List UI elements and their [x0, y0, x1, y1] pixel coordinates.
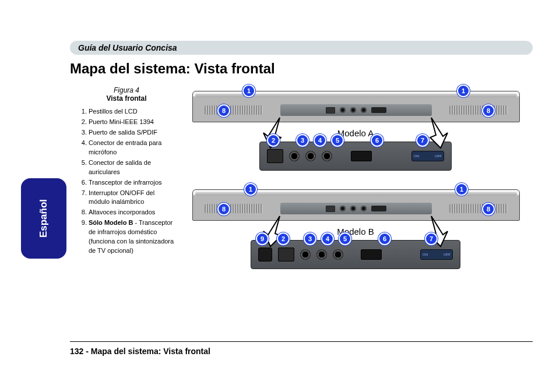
- callout-9-lead: Sólo Modelo B: [89, 219, 133, 226]
- model-a-label: Modelo A: [192, 128, 519, 138]
- mic-jack-icon: [305, 151, 316, 161]
- center-port-strip: [280, 104, 432, 116]
- callout-bubble-8: 8: [482, 104, 495, 117]
- callout-8: Altavoces incorporados: [89, 208, 176, 217]
- callout-5: Conector de salida de auriculares: [89, 158, 176, 177]
- ieee1394-port-icon: [278, 248, 294, 262]
- model-b-front: 1 1 8 8: [192, 189, 520, 221]
- model-a-front: 1 1 8 8: [192, 91, 520, 122]
- speaker-right-icon: [449, 204, 508, 213]
- mic-jack-icon: [316, 249, 327, 260]
- wireless-switch-icon: ON OFF: [420, 249, 453, 260]
- figure-number: Figura 4: [77, 86, 176, 94]
- callout-1: Pestillos del LCD: [89, 107, 176, 116]
- spdif-jack-icon: [289, 151, 300, 161]
- language-tab: Español: [21, 178, 66, 259]
- model-a-block: 1 1 8 8 Modelo A ON OFF 2 3: [192, 91, 519, 171]
- callout-9: Sólo Modelo B - Transceptor de infrarroj…: [89, 218, 176, 256]
- headphone-jack-icon: [322, 151, 332, 161]
- zoom-arrow-icon: [425, 115, 449, 150]
- jack-icon: [340, 107, 346, 113]
- callout-bubble-5: 5: [339, 232, 351, 245]
- callout-bubble-2: 2: [267, 134, 280, 147]
- infrared-port-icon: [351, 151, 372, 161]
- speaker-right-icon: [449, 105, 508, 115]
- ieee1394-port-icon: [267, 149, 283, 163]
- page-title: Mapa del sistema: Vista frontal: [70, 61, 275, 77]
- jack-icon: [361, 206, 367, 211]
- jack-icon: [350, 206, 356, 211]
- model-b-block: 1 1 8 8 Modelo B ON OFF 9 2: [192, 189, 519, 269]
- model-a-detail: ON OFF 2 3 4 5 6 7: [259, 142, 452, 171]
- callout-bubble-7: 7: [425, 232, 438, 245]
- model-b-label: Modelo B: [192, 227, 519, 236]
- model-b-detail: ON OFF 9 2 3 4 5 6 7: [251, 240, 460, 269]
- callout-bubble-4: 4: [314, 134, 326, 147]
- speaker-left-icon: [205, 204, 263, 213]
- headphone-jack-icon: [333, 249, 343, 260]
- center-port-strip: [280, 203, 432, 214]
- header-text: Guía del Usuario Concisa: [78, 43, 177, 52]
- jack-icon: [361, 107, 367, 113]
- wireless-switch-icon: ON OFF: [411, 151, 444, 161]
- callout-bubble-7: 7: [416, 134, 429, 147]
- callout-bubble-6: 6: [371, 134, 383, 147]
- callout-bubble-1: 1: [244, 183, 257, 196]
- slot-icon: [371, 206, 386, 211]
- footer-text: 132 - Mapa del sistema: Vista frontal: [70, 347, 210, 356]
- callout-bubble-4: 4: [321, 232, 334, 245]
- callout-bubble-6: 6: [378, 232, 391, 245]
- callout-bubble-1: 1: [455, 183, 468, 196]
- mini-port-icon: [326, 107, 335, 114]
- infrared-port-icon: [361, 249, 382, 260]
- switch-on-label: ON: [423, 253, 428, 256]
- switch-on-label: ON: [414, 154, 419, 158]
- callout-bubble-8: 8: [217, 203, 230, 216]
- callout-4: Conector de entrada para micrófono: [89, 139, 176, 157]
- callout-bubble-1: 1: [242, 84, 255, 97]
- speaker-left-icon: [205, 105, 263, 115]
- language-label: Español: [38, 199, 50, 238]
- callout-bubble-2: 2: [277, 232, 290, 245]
- header-bar: Guía del Usuario Concisa: [70, 41, 533, 55]
- switch-off-label: OFF: [435, 154, 442, 158]
- callout-bubble-9: 9: [256, 232, 269, 245]
- callout-2: Puerto Mini-IEEE 1394: [89, 118, 176, 127]
- slot-icon: [371, 107, 386, 113]
- footer-rule: [70, 341, 533, 342]
- callout-bubble-8: 8: [217, 104, 230, 117]
- callout-bubble-5: 5: [331, 134, 344, 147]
- figure-column: Figura 4 Vista frontal Pestillos del LCD…: [77, 86, 176, 257]
- callout-3: Puerto de salida S/PDIF: [89, 128, 176, 137]
- jack-icon: [340, 206, 346, 211]
- diagram-area: 1 1 8 8 Modelo A ON OFF 2 3: [192, 91, 519, 288]
- figure-title: Vista frontal: [77, 94, 176, 103]
- callout-bubble-1: 1: [457, 84, 470, 97]
- mini-port-icon: [326, 206, 335, 212]
- jack-icon: [350, 107, 356, 113]
- callout-7: Interruptor ON/OFF del módulo inalámbric…: [89, 189, 176, 207]
- callout-6: Transceptor de infrarrojos: [89, 178, 176, 188]
- callout-bubble-3: 3: [296, 134, 309, 147]
- switch-off-label: OFF: [444, 253, 451, 256]
- callout-list: Pestillos del LCD Puerto Mini-IEEE 1394 …: [77, 107, 176, 256]
- spdif-jack-icon: [300, 249, 311, 260]
- callout-bubble-3: 3: [304, 232, 316, 245]
- cir-port-icon: [258, 248, 272, 262]
- callout-bubble-8: 8: [482, 203, 495, 216]
